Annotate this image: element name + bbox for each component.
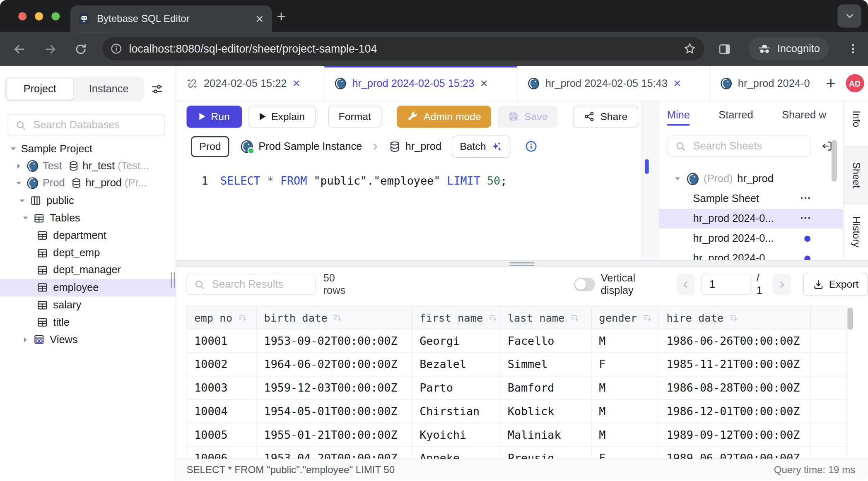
editor-tab-3[interactable]: hr_prod 2024-02-05 15:43 ✕: [518, 66, 710, 101]
tab-shared-with-me[interactable]: Shared w: [782, 109, 826, 121]
table-cell[interactable]: 1954-05-01T00:00:00Z: [257, 400, 412, 423]
table-cell[interactable]: 1989-09-12T00:00:00Z: [659, 423, 811, 446]
table-cell[interactable]: Bezalel: [412, 353, 501, 375]
table-cell[interactable]: M: [592, 329, 659, 352]
table-cell[interactable]: Koblick: [500, 400, 592, 423]
caret-down-icon[interactable]: [9, 144, 17, 153]
table-cell[interactable]: 1953-04-20T00:00:00Z: [257, 447, 412, 459]
panel-splitter[interactable]: [176, 260, 868, 267]
sheet-item-sample[interactable]: Sample Sheet ⋯: [659, 189, 843, 209]
close-tab-icon[interactable]: ✕: [673, 77, 681, 89]
instance-name[interactable]: Prod Sample Instance: [258, 140, 362, 152]
caret-down-icon[interactable]: [18, 196, 27, 205]
tree-item-dept-emp[interactable]: dept_emp: [0, 244, 176, 262]
tree-item-hr-prod[interactable]: Prod hr_prod (Pr...: [0, 175, 176, 192]
avatar[interactable]: AD: [846, 74, 864, 92]
tree-item-hr-test[interactable]: Test hr_test (Test...: [0, 157, 176, 175]
table-cell[interactable]: Georgi: [412, 329, 501, 352]
sheet-item-unsaved[interactable]: hr_prod 2024-0...: [659, 228, 843, 248]
page-info-icon[interactable]: [110, 43, 122, 55]
table-cell[interactable]: M: [592, 400, 659, 423]
table-row[interactable]: 100021964-06-02T00:00:00ZBezalelSimmelF1…: [186, 353, 847, 376]
table-cell[interactable]: M: [592, 376, 659, 399]
table-cell[interactable]: F: [592, 353, 659, 375]
caret-down-icon[interactable]: [14, 179, 23, 188]
caret-right-icon[interactable]: [14, 161, 23, 170]
results-scrollbar-thumb[interactable]: [848, 308, 853, 329]
table-row[interactable]: 100031959-12-03T00:00:00ZPartoBamfordM19…: [186, 376, 847, 400]
editor-tab-4[interactable]: hr_prod 2024-0: [710, 66, 818, 101]
editor-scrollbar-thumb[interactable]: [645, 159, 649, 174]
table-cell[interactable]: 10003: [187, 376, 257, 399]
search-results-input[interactable]: [211, 278, 315, 291]
tree-item-dept-manager[interactable]: dept_manager: [0, 262, 176, 279]
page-input[interactable]: [701, 274, 751, 295]
back-icon[interactable]: [12, 42, 27, 56]
table-cell[interactable]: 1986-12-01T00:00:00Z: [659, 400, 811, 423]
sort-icon[interactable]: [488, 313, 498, 323]
admin-mode-button[interactable]: Admin mode: [397, 106, 491, 127]
table-cell[interactable]: M: [592, 423, 659, 446]
sort-icon[interactable]: [333, 313, 343, 323]
sort-icon[interactable]: [728, 313, 739, 323]
table-row[interactable]: 100041954-05-01T00:00:00ZChirstianKoblic…: [186, 400, 847, 423]
table-cell[interactable]: Chirstian: [412, 400, 501, 423]
table-row[interactable]: 100061953-04-20T00:00:00ZAnnekePreusigF1…: [186, 447, 847, 459]
side-panel-icon[interactable]: [718, 43, 731, 56]
table-cell[interactable]: Bamford: [500, 376, 592, 399]
environment-chip[interactable]: Prod: [191, 136, 229, 157]
sort-icon[interactable]: [569, 313, 580, 323]
tree-item-project[interactable]: Sample Project: [0, 140, 176, 157]
run-button[interactable]: Run: [186, 106, 242, 127]
sidebar-resize-handle[interactable]: [171, 272, 176, 288]
table-cell[interactable]: 1986-08-28T00:00:00Z: [659, 376, 811, 399]
table-cell[interactable]: Preusig: [500, 447, 592, 459]
tab-search-button[interactable]: [837, 5, 861, 28]
new-sheet-button[interactable]: +: [826, 75, 835, 91]
table-cell[interactable]: Maliniak: [500, 423, 592, 446]
column-header-last_name[interactable]: last_name: [500, 307, 592, 329]
table-cell[interactable]: 10005: [187, 423, 257, 446]
address-bar[interactable]: localhost:8080/sql-editor/sheet/project-…: [102, 37, 704, 60]
column-header-birth_date[interactable]: birth_date: [257, 307, 412, 329]
table-cell[interactable]: 10006: [187, 447, 257, 459]
forward-icon[interactable]: [43, 42, 58, 56]
sheet-item-unsaved-2[interactable]: hr_prod 2024-0...: [659, 248, 843, 260]
sort-icon[interactable]: [642, 313, 652, 323]
table-cell[interactable]: 1959-12-03T00:00:00Z: [257, 376, 412, 399]
sql-code-editor[interactable]: 1 SELECT * FROM "public"."employee" LIMI…: [176, 161, 641, 260]
table-cell[interactable]: 1953-09-02T00:00:00Z: [257, 329, 412, 352]
tab-history[interactable]: History: [850, 216, 862, 248]
table-cell[interactable]: 10004: [187, 400, 257, 423]
search-databases-input[interactable]: [32, 118, 164, 132]
table-cell[interactable]: Parto: [412, 376, 501, 399]
caret-down-icon[interactable]: [673, 174, 682, 183]
database-name[interactable]: hr_prod: [405, 140, 442, 152]
editor-tab-2-active[interactable]: hr_prod 2024-02-05 15:23 ✕: [324, 66, 518, 101]
tree-item-title[interactable]: title: [0, 314, 176, 331]
close-tab-icon[interactable]: ✕: [255, 14, 264, 24]
splitter-grip[interactable]: [510, 262, 534, 266]
table-cell[interactable]: Kyoichi: [412, 423, 501, 446]
tab-project[interactable]: Project: [6, 78, 74, 100]
column-header-gender[interactable]: gender: [592, 307, 659, 329]
info-icon[interactable]: [525, 140, 538, 153]
tree-item-salary[interactable]: salary: [0, 296, 176, 314]
table-cell[interactable]: 1986-06-26T00:00:00Z: [659, 329, 811, 352]
editor-scrollbar[interactable]: [641, 101, 658, 260]
zoom-window-button[interactable]: [51, 12, 60, 20]
bookmark-star-icon[interactable]: [683, 42, 697, 55]
search-sheets-input[interactable]: [692, 139, 810, 153]
minimize-window-button[interactable]: [35, 12, 43, 20]
table-cell[interactable]: 10001: [187, 329, 257, 352]
table-cell[interactable]: 1985-11-21T00:00:00Z: [659, 353, 811, 375]
close-tab-icon[interactable]: ✕: [480, 77, 488, 89]
reload-icon[interactable]: [74, 42, 87, 55]
tree-item-views-group[interactable]: Views: [0, 331, 176, 349]
sheet-group-hr-prod[interactable]: (Prod) hr_prod: [659, 169, 843, 189]
editor-tab-1[interactable]: 2024-02-05 15:22 ✕: [176, 66, 324, 101]
tab-instance[interactable]: Instance: [74, 83, 144, 95]
save-button[interactable]: Save: [498, 106, 558, 127]
table-row[interactable]: 100011953-09-02T00:00:00ZGeorgiFacelloM1…: [186, 329, 847, 353]
vertical-display-toggle[interactable]: [574, 278, 596, 291]
